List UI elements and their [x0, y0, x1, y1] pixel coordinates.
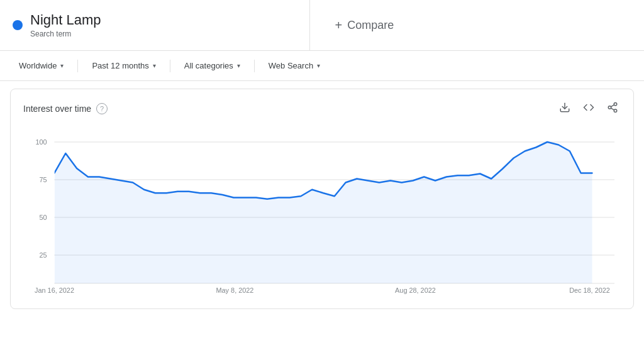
svg-text:75: 75 — [39, 176, 47, 183]
filter-bar: Worldwide ▾ Past 12 months ▾ All categor… — [0, 51, 644, 81]
trend-chart: 100 75 50 25 Jan 16, 2022 May 8, 2022 Au… — [23, 123, 621, 299]
filter-separator — [77, 60, 78, 72]
chart-header: Interest over time ? — [23, 99, 621, 118]
chevron-down-icon: ▾ — [60, 62, 64, 69]
svg-text:50: 50 — [39, 214, 47, 221]
svg-text:100: 100 — [35, 138, 47, 146]
filter-category[interactable]: All categories ▾ — [178, 57, 247, 74]
term-type: Search term — [30, 30, 101, 38]
svg-line-4 — [611, 108, 614, 110]
search-term-section: Night Lamp Search term — [0, 0, 310, 50]
chart-title: Interest over time — [23, 104, 91, 114]
chart-section: Interest over time ? — [10, 89, 634, 309]
filter-period-label: Past 12 months — [92, 61, 148, 70]
svg-text:May 8, 2022: May 8, 2022 — [216, 286, 254, 294]
filter-search-type[interactable]: Web Search ▾ — [262, 57, 326, 74]
chevron-down-icon: ▾ — [317, 62, 320, 69]
svg-text:Jan 16, 2022: Jan 16, 2022 — [35, 286, 74, 294]
filter-category-label: All categories — [184, 61, 233, 70]
svg-text:25: 25 — [39, 251, 47, 259]
filter-search-type-label: Web Search — [269, 61, 313, 70]
compare-section[interactable]: + Compare — [310, 9, 645, 41]
header-bar: Night Lamp Search term + Compare — [0, 0, 644, 51]
filter-location-label: Worldwide — [19, 61, 57, 70]
svg-text:Dec 18, 2022: Dec 18, 2022 — [569, 286, 610, 294]
svg-line-5 — [611, 105, 614, 107]
filter-period[interactable]: Past 12 months ▾ — [86, 57, 162, 74]
chevron-down-icon: ▾ — [153, 62, 156, 69]
chart-actions — [557, 99, 621, 118]
embed-icon[interactable] — [580, 99, 597, 118]
term-info: Night Lamp Search term — [30, 12, 101, 38]
term-color-dot — [13, 20, 23, 30]
svg-text:Aug 28, 2022: Aug 28, 2022 — [395, 286, 436, 294]
filter-separator — [170, 60, 170, 72]
term-name: Night Lamp — [30, 12, 101, 28]
share-icon[interactable] — [604, 99, 621, 118]
compare-plus-icon: + — [335, 18, 343, 33]
chart-wrapper: 100 75 50 25 Jan 16, 2022 May 8, 2022 Au… — [23, 123, 621, 301]
chart-title-row: Interest over time ? — [23, 103, 108, 114]
filter-location[interactable]: Worldwide ▾ — [13, 57, 70, 74]
filter-separator — [254, 60, 255, 72]
compare-label: Compare — [347, 19, 394, 32]
chevron-down-icon: ▾ — [237, 62, 240, 69]
help-icon[interactable]: ? — [96, 103, 108, 114]
download-icon[interactable] — [557, 99, 573, 118]
